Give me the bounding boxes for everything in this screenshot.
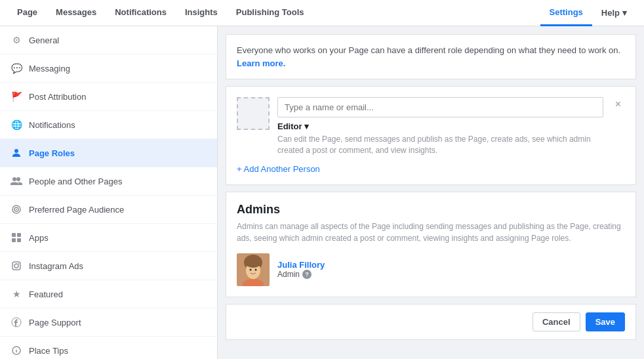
info-icon [10, 345, 22, 356]
role-dropdown-button[interactable]: Editor ▾ [277, 121, 309, 131]
target-icon [10, 203, 22, 215]
input-col: Editor ▾ Can edit the Page, send message… [277, 97, 603, 156]
nav-help[interactable]: Help ▾ [592, 0, 636, 26]
sidebar: ⚙ General 💬 Messaging 🚩 Post Attribution… [0, 26, 218, 359]
svg-rect-4 [17, 233, 21, 237]
flag-icon: 🚩 [10, 91, 22, 102]
sidebar-item-place-tips[interactable]: Place Tips [0, 337, 217, 359]
role-label: Editor [277, 121, 302, 131]
sidebar-item-general[interactable]: ⚙ General [0, 26, 217, 54]
nav-settings[interactable]: Settings [540, 0, 592, 26]
svg-point-19 [255, 268, 257, 270]
nav-insights[interactable]: Insights [176, 0, 227, 26]
nav-publishing-tools[interactable]: Publishing Tools [227, 0, 313, 26]
help-badge-icon[interactable]: ? [302, 270, 312, 279]
info-text: Everyone who works on your Page can have… [237, 45, 620, 55]
svg-point-9 [18, 263, 20, 264]
name-email-input[interactable] [277, 97, 603, 117]
svg-point-17 [245, 256, 262, 268]
nav-messages[interactable]: Messages [47, 0, 106, 26]
sidebar-label-people-pages: People and Other Pages [29, 177, 122, 186]
instagram-icon [10, 260, 22, 272]
messaging-icon: 💬 [10, 62, 22, 74]
add-person-link[interactable]: + Add Another Person [237, 164, 320, 174]
svg-point-2 [16, 209, 17, 210]
sidebar-label-preferred-audience: Preferred Page Audience [29, 205, 124, 215]
role-select-row: Editor ▾ [277, 121, 603, 131]
people-icon [10, 175, 22, 187]
sidebar-item-instagram-ads[interactable]: Instagram Ads [0, 252, 217, 280]
admins-box: Admins Admins can manage all aspects of … [226, 192, 636, 297]
nav-notifications[interactable]: Notifications [106, 0, 176, 26]
sidebar-item-page-roles[interactable]: Page Roles [0, 139, 217, 167]
save-button[interactable]: Save [586, 312, 625, 331]
svg-rect-6 [17, 238, 21, 242]
svg-point-13 [16, 348, 17, 349]
star-icon: ★ [10, 288, 22, 300]
admin-role-row: Admin ? [277, 270, 325, 279]
save-bar: Cancel Save [226, 304, 636, 340]
sidebar-item-apps[interactable]: Apps [0, 224, 217, 252]
admin-info: Julia Fillory Admin ? [277, 260, 325, 279]
avatar-placeholder [237, 97, 270, 130]
sidebar-label-notifications: Notifications [29, 120, 75, 130]
role-description: Can edit the Page, send messages and pub… [277, 134, 603, 156]
admins-title: Admins [237, 203, 625, 217]
sidebar-item-post-attribution[interactable]: 🚩 Post Attribution [0, 83, 217, 111]
sidebar-label-instagram-ads: Instagram Ads [29, 261, 83, 271]
sidebar-item-messaging[interactable]: 💬 Messaging [0, 54, 217, 83]
dropdown-arrow-icon: ▾ [304, 121, 309, 131]
main-container: ⚙ General 💬 Messaging 🚩 Post Attribution… [0, 26, 644, 359]
svg-rect-5 [12, 238, 16, 242]
cancel-button[interactable]: Cancel [533, 312, 580, 331]
sidebar-label-apps: Apps [29, 233, 49, 243]
globe-icon: 🌐 [10, 119, 22, 131]
svg-point-8 [14, 264, 18, 268]
nav-page[interactable]: Page [8, 0, 47, 26]
help-label: Help [601, 8, 620, 18]
learn-more-link[interactable]: Learn more. [237, 58, 285, 68]
svg-rect-7 [12, 262, 20, 270]
content-area: Everyone who works on your Page can have… [218, 26, 644, 359]
sidebar-label-page-roles: Page Roles [29, 148, 75, 158]
sidebar-label-post-attribution: Post Attribution [29, 92, 86, 102]
admin-person: Julia Fillory Admin ? [237, 253, 625, 286]
svg-point-18 [250, 268, 252, 270]
facebook-icon [10, 316, 22, 328]
sidebar-item-featured[interactable]: ★ Featured [0, 280, 217, 308]
sidebar-item-page-support[interactable]: Page Support [0, 308, 217, 337]
sidebar-item-notifications[interactable]: 🌐 Notifications [0, 111, 217, 139]
svg-rect-3 [12, 233, 16, 237]
sidebar-label-page-support: Page Support [29, 318, 81, 327]
sidebar-label-place-tips: Place Tips [29, 346, 68, 356]
top-nav: Page Messages Notifications Insights Pub… [0, 0, 644, 26]
gear-icon: ⚙ [10, 34, 22, 46]
admins-desc: Admins can manage all aspects of the Pag… [237, 221, 625, 244]
sidebar-label-featured: Featured [29, 289, 63, 299]
admin-avatar [237, 253, 270, 286]
sidebar-item-people-pages[interactable]: People and Other Pages [0, 167, 217, 196]
admin-role-label: Admin [277, 270, 300, 279]
sidebar-item-preferred-audience[interactable]: Preferred Page Audience [0, 196, 217, 224]
close-button[interactable]: × [611, 97, 625, 112]
sidebar-label-messaging: Messaging [29, 64, 70, 74]
chevron-down-icon: ▾ [622, 8, 627, 18]
role-form-box: Editor ▾ Can edit the Page, send message… [226, 86, 636, 185]
admin-name[interactable]: Julia Fillory [277, 260, 325, 270]
info-box: Everyone who works on your Page can have… [226, 34, 636, 79]
apps-icon [10, 232, 22, 243]
person-icon [10, 147, 22, 159]
role-input-row: Editor ▾ Can edit the Page, send message… [237, 97, 625, 156]
sidebar-label-general: General [29, 35, 59, 45]
